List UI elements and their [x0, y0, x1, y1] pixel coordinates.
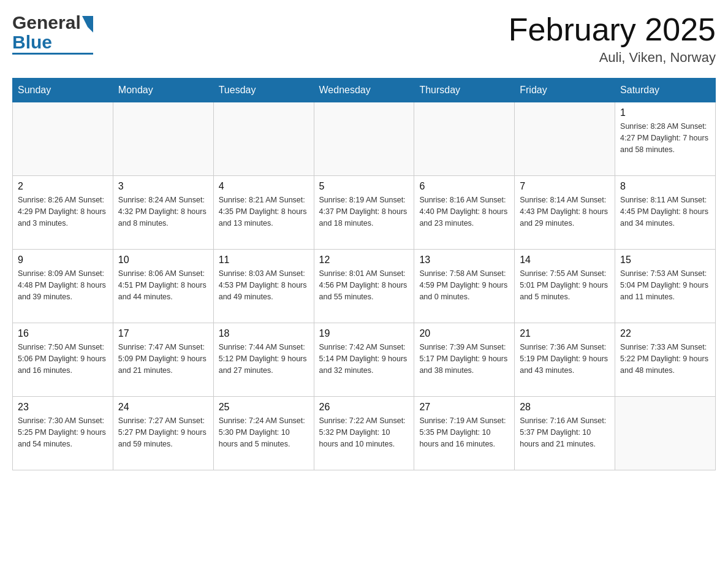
calendar-day-cell: 27Sunrise: 7:19 AM Sunset: 5:35 PM Dayli… — [414, 397, 515, 470]
day-number: 15 — [620, 255, 710, 266]
calendar-week-row: 23Sunrise: 7:30 AM Sunset: 5:25 PM Dayli… — [13, 397, 716, 470]
day-info: Sunrise: 8:03 AM Sunset: 4:53 PM Dayligh… — [219, 268, 309, 302]
day-info: Sunrise: 7:16 AM Sunset: 5:37 PM Dayligh… — [520, 415, 610, 450]
calendar-day-cell: 9Sunrise: 8:09 AM Sunset: 4:48 PM Daylig… — [13, 250, 113, 323]
page-header: General Blue February 2025 Auli, Viken, … — [12, 12, 716, 66]
calendar-day-cell — [615, 397, 716, 470]
calendar-day-cell: 6Sunrise: 8:16 AM Sunset: 4:40 PM Daylig… — [414, 176, 515, 250]
logo-underline — [12, 53, 93, 55]
day-info: Sunrise: 8:28 AM Sunset: 4:27 PM Dayligh… — [620, 121, 710, 155]
calendar-day-cell — [314, 102, 414, 176]
day-info: Sunrise: 7:27 AM Sunset: 5:27 PM Dayligh… — [118, 415, 208, 450]
weekday-header-saturday: Saturday — [615, 79, 716, 102]
day-number: 5 — [319, 181, 409, 192]
calendar-day-cell — [13, 102, 113, 176]
calendar-day-cell — [213, 102, 314, 176]
weekday-header-monday: Monday — [113, 79, 213, 102]
day-info: Sunrise: 7:30 AM Sunset: 5:25 PM Dayligh… — [18, 415, 108, 450]
day-info: Sunrise: 7:50 AM Sunset: 5:06 PM Dayligh… — [18, 342, 108, 376]
calendar-day-cell: 1Sunrise: 8:28 AM Sunset: 4:27 PM Daylig… — [615, 102, 716, 176]
day-number: 7 — [520, 181, 610, 192]
day-number: 19 — [319, 328, 409, 339]
calendar-day-cell: 19Sunrise: 7:42 AM Sunset: 5:14 PM Dayli… — [314, 323, 414, 397]
day-number: 14 — [520, 255, 610, 266]
day-info: Sunrise: 8:09 AM Sunset: 4:48 PM Dayligh… — [18, 268, 108, 302]
day-number: 4 — [219, 181, 309, 192]
day-info: Sunrise: 7:39 AM Sunset: 5:17 PM Dayligh… — [419, 342, 509, 376]
title-block: February 2025 Auli, Viken, Norway — [509, 12, 716, 66]
calendar-day-cell: 12Sunrise: 8:01 AM Sunset: 4:56 PM Dayli… — [314, 250, 414, 323]
weekday-header-wednesday: Wednesday — [314, 79, 414, 102]
calendar-day-cell: 10Sunrise: 8:06 AM Sunset: 4:51 PM Dayli… — [113, 250, 213, 323]
calendar-week-row: 2Sunrise: 8:26 AM Sunset: 4:29 PM Daylig… — [13, 176, 716, 250]
calendar-week-row: 9Sunrise: 8:09 AM Sunset: 4:48 PM Daylig… — [13, 250, 716, 323]
day-info: Sunrise: 7:58 AM Sunset: 4:59 PM Dayligh… — [419, 268, 509, 302]
day-info: Sunrise: 7:36 AM Sunset: 5:19 PM Dayligh… — [520, 342, 610, 376]
day-info: Sunrise: 8:01 AM Sunset: 4:56 PM Dayligh… — [319, 268, 409, 302]
calendar-day-cell — [113, 102, 213, 176]
day-info: Sunrise: 8:14 AM Sunset: 4:43 PM Dayligh… — [520, 194, 610, 229]
day-info: Sunrise: 7:44 AM Sunset: 5:12 PM Dayligh… — [219, 342, 309, 376]
calendar-week-row: 1Sunrise: 8:28 AM Sunset: 4:27 PM Daylig… — [13, 102, 716, 176]
day-number: 22 — [620, 328, 710, 339]
day-info: Sunrise: 8:06 AM Sunset: 4:51 PM Dayligh… — [118, 268, 208, 302]
day-number: 1 — [620, 107, 710, 118]
day-info: Sunrise: 7:22 AM Sunset: 5:32 PM Dayligh… — [319, 415, 409, 450]
calendar-day-cell: 24Sunrise: 7:27 AM Sunset: 5:27 PM Dayli… — [113, 397, 213, 470]
day-number: 8 — [620, 181, 710, 192]
day-number: 28 — [520, 402, 610, 413]
day-number: 24 — [118, 402, 208, 413]
calendar-day-cell: 11Sunrise: 8:03 AM Sunset: 4:53 PM Dayli… — [213, 250, 314, 323]
day-number: 11 — [219, 255, 309, 266]
logo-arrow-icon — [82, 16, 93, 33]
day-info: Sunrise: 7:53 AM Sunset: 5:04 PM Dayligh… — [620, 268, 710, 302]
day-number: 20 — [419, 328, 509, 339]
weekday-header-tuesday: Tuesday — [213, 79, 314, 102]
logo: General Blue — [12, 12, 93, 55]
calendar-day-cell: 25Sunrise: 7:24 AM Sunset: 5:30 PM Dayli… — [213, 397, 314, 470]
day-info: Sunrise: 7:55 AM Sunset: 5:01 PM Dayligh… — [520, 268, 610, 302]
calendar-day-cell: 17Sunrise: 7:47 AM Sunset: 5:09 PM Dayli… — [113, 323, 213, 397]
calendar-day-cell: 22Sunrise: 7:33 AM Sunset: 5:22 PM Dayli… — [615, 323, 716, 397]
calendar-day-cell — [414, 102, 515, 176]
calendar-day-cell: 13Sunrise: 7:58 AM Sunset: 4:59 PM Dayli… — [414, 250, 515, 323]
day-number: 16 — [18, 328, 108, 339]
day-number: 23 — [18, 402, 108, 413]
calendar-header: SundayMondayTuesdayWednesdayThursdayFrid… — [13, 79, 716, 102]
day-number: 10 — [118, 255, 208, 266]
day-number: 13 — [419, 255, 509, 266]
day-info: Sunrise: 8:11 AM Sunset: 4:45 PM Dayligh… — [620, 194, 710, 229]
day-number: 17 — [118, 328, 208, 339]
day-info: Sunrise: 8:21 AM Sunset: 4:35 PM Dayligh… — [219, 194, 309, 229]
calendar-title: February 2025 — [509, 12, 716, 47]
calendar-day-cell: 15Sunrise: 7:53 AM Sunset: 5:04 PM Dayli… — [615, 250, 716, 323]
calendar-day-cell: 3Sunrise: 8:24 AM Sunset: 4:32 PM Daylig… — [113, 176, 213, 250]
day-info: Sunrise: 7:19 AM Sunset: 5:35 PM Dayligh… — [419, 415, 509, 450]
day-number: 18 — [219, 328, 309, 339]
day-number: 26 — [319, 402, 409, 413]
calendar-day-cell: 28Sunrise: 7:16 AM Sunset: 5:37 PM Dayli… — [515, 397, 615, 470]
calendar-day-cell: 7Sunrise: 8:14 AM Sunset: 4:43 PM Daylig… — [515, 176, 615, 250]
calendar-day-cell: 18Sunrise: 7:44 AM Sunset: 5:12 PM Dayli… — [213, 323, 314, 397]
day-info: Sunrise: 8:24 AM Sunset: 4:32 PM Dayligh… — [118, 194, 208, 229]
calendar-day-cell: 16Sunrise: 7:50 AM Sunset: 5:06 PM Dayli… — [13, 323, 113, 397]
calendar-day-cell: 14Sunrise: 7:55 AM Sunset: 5:01 PM Dayli… — [515, 250, 615, 323]
day-number: 27 — [419, 402, 509, 413]
weekday-header-thursday: Thursday — [414, 79, 515, 102]
calendar-day-cell: 21Sunrise: 7:36 AM Sunset: 5:19 PM Dayli… — [515, 323, 615, 397]
calendar-day-cell: 26Sunrise: 7:22 AM Sunset: 5:32 PM Dayli… — [314, 397, 414, 470]
weekday-header-friday: Friday — [515, 79, 615, 102]
day-info: Sunrise: 8:16 AM Sunset: 4:40 PM Dayligh… — [419, 194, 509, 229]
weekday-header-row: SundayMondayTuesdayWednesdayThursdayFrid… — [13, 79, 716, 102]
day-info: Sunrise: 8:19 AM Sunset: 4:37 PM Dayligh… — [319, 194, 409, 229]
day-number: 25 — [219, 402, 309, 413]
day-info: Sunrise: 7:24 AM Sunset: 5:30 PM Dayligh… — [219, 415, 309, 450]
calendar-day-cell — [515, 102, 615, 176]
day-info: Sunrise: 8:26 AM Sunset: 4:29 PM Dayligh… — [18, 194, 108, 229]
logo-blue-text: Blue — [12, 32, 52, 53]
day-info: Sunrise: 7:47 AM Sunset: 5:09 PM Dayligh… — [118, 342, 208, 376]
calendar-day-cell: 2Sunrise: 8:26 AM Sunset: 4:29 PM Daylig… — [13, 176, 113, 250]
day-info: Sunrise: 7:42 AM Sunset: 5:14 PM Dayligh… — [319, 342, 409, 376]
calendar-day-cell: 23Sunrise: 7:30 AM Sunset: 5:25 PM Dayli… — [13, 397, 113, 470]
calendar-table: SundayMondayTuesdayWednesdayThursdayFrid… — [12, 78, 716, 470]
